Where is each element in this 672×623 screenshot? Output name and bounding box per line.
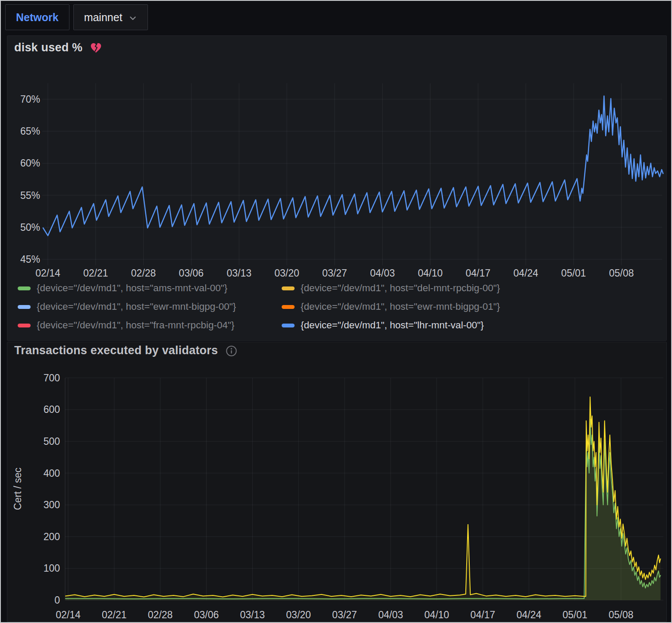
series-color-swatch	[18, 305, 31, 309]
legend-item-del-mnt-rpcbig-00[interactable]: {device="/dev/md1", host="del-mnt-rpcbig…	[282, 283, 500, 294]
series-line	[43, 96, 663, 236]
series-color-swatch	[282, 324, 295, 327]
series-area-fill	[66, 397, 661, 600]
x-tick-label: 05/08	[609, 609, 634, 620]
network-variable-label-text: Network	[16, 11, 59, 24]
y-tick-label: 300	[44, 499, 60, 510]
series-line	[66, 397, 661, 597]
legend-item-fra-mnt-rpcbig-04[interactable]: {device="/dev/md1", host="fra-mnt-rpcbig…	[18, 320, 282, 331]
x-tick-label: 04/24	[513, 267, 538, 279]
x-tick-label: 02/14	[35, 267, 60, 279]
network-variable-label[interactable]: Network	[5, 4, 69, 30]
y-tick-label: 500	[44, 436, 60, 447]
variable-bar: Network mainnet	[5, 4, 148, 30]
transactions-panel: Transactions executed by validators Cert…	[7, 342, 667, 622]
y-tick-label: 55%	[20, 190, 40, 201]
x-tick-label: 04/17	[471, 609, 496, 620]
x-tick-label: 05/01	[561, 267, 586, 279]
x-tick-label: 03/27	[332, 609, 357, 620]
transactions-chart-canvas[interactable]: 02/1402/2102/2803/0603/1303/2003/2704/03…	[7, 342, 667, 623]
grafana-dashboard: { "topbar": { "variable_label": "Network…	[0, 0, 672, 623]
x-tick-label: 05/01	[562, 609, 587, 620]
x-tick-label: 02/14	[56, 609, 81, 620]
y-tick-label: 100	[44, 563, 60, 574]
x-tick-label: 02/28	[131, 267, 156, 279]
y-tick-label: 60%	[20, 157, 40, 169]
y-tick-label: 65%	[20, 126, 40, 137]
x-tick-label: 02/21	[102, 609, 127, 620]
disk-used-panel: disk used % 02/1402/2102/2803/0603/1303/…	[7, 35, 667, 341]
disk-usage-legend: {device="/dev/md1", host="ams-mnt-val-00…	[18, 283, 500, 331]
x-tick-label: 04/17	[466, 267, 491, 279]
x-tick-label: 03/13	[226, 267, 251, 279]
y-tick-label: 0	[54, 595, 60, 606]
x-tick-label: 03/20	[286, 609, 311, 620]
series-label: {device="/dev/md1", host="ams-mnt-val-00…	[37, 283, 227, 294]
network-variable-value: mainnet	[84, 11, 122, 24]
x-tick-label: 03/27	[322, 267, 347, 279]
y-tick-label: 200	[44, 531, 60, 542]
legend-item-lhr-mnt-val-00[interactable]: {device="/dev/md1", host="lhr-mnt-val-00…	[282, 320, 500, 331]
series-label: {device="/dev/md1", host="lhr-mnt-val-00…	[301, 320, 484, 331]
x-tick-label: 03/06	[179, 267, 204, 279]
x-tick-label: 02/28	[148, 609, 173, 620]
x-tick-label: 04/03	[370, 267, 395, 279]
x-tick-label: 02/21	[83, 267, 108, 279]
y-tick-label: 45%	[20, 254, 40, 265]
series-area-fill	[66, 419, 661, 601]
series-label: {device="/dev/md1", host="fra-mnt-rpcbig…	[37, 320, 234, 331]
y-tick-label: 70%	[20, 94, 40, 105]
legend-item-ewr-mnt-bigpg-00[interactable]: {device="/dev/md1", host="ewr-mnt-bigpg-…	[18, 301, 282, 312]
series-color-swatch	[18, 286, 31, 290]
y-tick-label: 700	[44, 372, 60, 384]
series-label: {device="/dev/md1", host="ewr-mnt-bigpg-…	[37, 301, 236, 312]
series-color-swatch	[18, 324, 31, 327]
x-tick-label: 04/10	[418, 267, 443, 279]
legend-item-ewr-mnt-bigpg-01[interactable]: {device="/dev/md1", host="ewr-mnt-bigpg-…	[282, 301, 500, 312]
legend-item-ams-mnt-val-00[interactable]: {device="/dev/md1", host="ams-mnt-val-00…	[18, 283, 282, 294]
series-color-swatch	[282, 286, 295, 290]
y-tick-label: 400	[44, 468, 60, 479]
y-tick-label: 600	[44, 404, 60, 415]
y-tick-label: 50%	[20, 222, 40, 233]
x-tick-label: 04/10	[424, 609, 449, 620]
x-tick-label: 03/06	[194, 609, 219, 620]
x-tick-label: 05/08	[609, 267, 634, 279]
x-tick-label: 03/13	[240, 609, 265, 620]
series-label: {device="/dev/md1", host="ewr-mnt-bigpg-…	[301, 301, 500, 312]
series-label: {device="/dev/md1", host="del-mnt-rpcbig…	[301, 283, 500, 294]
x-tick-label: 04/03	[378, 609, 403, 620]
chevron-down-icon	[129, 14, 137, 22]
network-variable-dropdown[interactable]: mainnet	[73, 4, 148, 30]
series-color-swatch	[282, 305, 295, 309]
series-line	[66, 419, 661, 599]
x-tick-label: 03/20	[274, 267, 299, 279]
x-tick-label: 04/24	[516, 609, 541, 620]
